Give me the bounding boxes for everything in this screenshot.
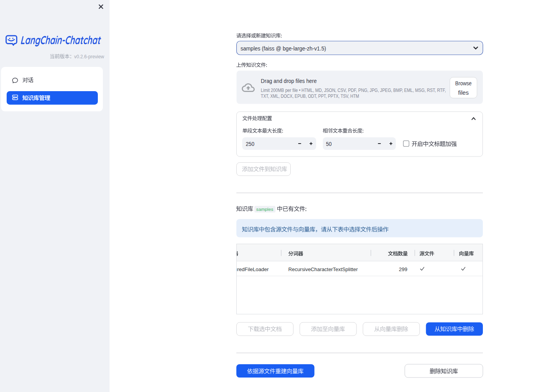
svg-text:files: files bbox=[458, 89, 469, 96]
svg-text:250: 250 bbox=[246, 141, 254, 147]
svg-text:TXT, XML, DOCX, EPUB, ODT, PPT: TXT, XML, DOCX, EPUB, ODT, PPT, PPTX, TS… bbox=[261, 94, 359, 99]
svg-text:samples: samples bbox=[256, 207, 274, 212]
svg-text:299: 299 bbox=[399, 266, 407, 272]
svg-text:Browse: Browse bbox=[455, 80, 472, 86]
svg-text:samples (faiss @ bge-large-zh-: samples (faiss @ bge-large-zh-v1.5) bbox=[241, 45, 326, 52]
svg-text:Limit 200MB per file • HTML, M: Limit 200MB per file • HTML, MD, JSON, C… bbox=[261, 88, 446, 93]
svg-text:RecursiveCharacterTextSplitter: RecursiveCharacterTextSplitter bbox=[288, 266, 358, 272]
svg-text:v0.2.6-preview: v0.2.6-preview bbox=[74, 54, 104, 59]
svg-text:Drag and drop files here: Drag and drop files here bbox=[261, 77, 317, 84]
svg-text:50: 50 bbox=[326, 141, 332, 147]
